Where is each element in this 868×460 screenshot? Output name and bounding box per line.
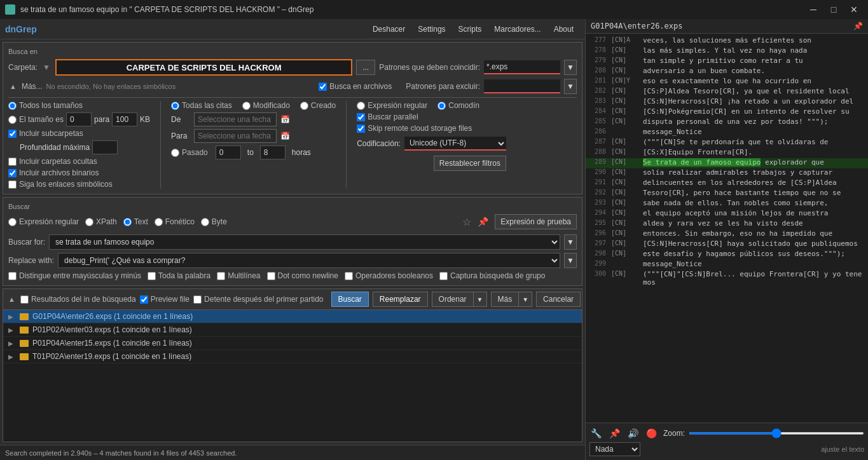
detente-checkbox[interactable] xyxy=(193,295,202,304)
skip-remote-checkbox[interactable] xyxy=(357,125,365,133)
byte-radio-label[interactable]: Byte xyxy=(201,217,227,226)
star-button[interactable]: ☆ xyxy=(462,216,471,228)
reemplazar-button[interactable]: Reemplazar xyxy=(373,292,428,307)
pin-icon[interactable]: 📌 xyxy=(853,22,863,30)
pasado-value-input[interactable] xyxy=(216,145,241,159)
fonetico-radio[interactable] xyxy=(155,218,163,226)
collapse-btn[interactable]: ▼ xyxy=(41,62,52,73)
comodin-radio-label[interactable]: Comodín xyxy=(437,101,479,110)
expr-regular-radio[interactable] xyxy=(357,102,365,110)
buscar-action-button[interactable]: Buscar xyxy=(331,292,369,307)
fonetico-radio-label[interactable]: Fonético xyxy=(155,217,195,226)
resultados-checkbox-label[interactable]: Resultados del in de búsqueda xyxy=(20,295,136,304)
dot-newline-checkbox[interactable] xyxy=(267,272,275,280)
icon-btn-1[interactable]: 🔧 xyxy=(589,427,603,440)
multilinea-label[interactable]: Multilínea xyxy=(217,271,260,280)
buscar-parallel-label[interactable]: Buscar parallel xyxy=(357,112,506,121)
zoom-slider[interactable] xyxy=(689,432,864,435)
text-radio[interactable] xyxy=(123,218,132,226)
xpath-radio-label[interactable]: XPath xyxy=(85,217,117,226)
patrones-excluir-dropdown[interactable]: ▼ xyxy=(564,79,577,94)
close-button[interactable]: ✕ xyxy=(845,3,863,16)
expand-arrow-icon[interactable]: ▶ xyxy=(8,327,16,334)
byte-radio[interactable] xyxy=(201,218,209,226)
menu-marcadores[interactable]: Marcadores... xyxy=(488,22,547,36)
preview-file-checkbox[interactable] xyxy=(140,295,148,304)
resultados-checkbox[interactable] xyxy=(20,295,29,304)
expresion-prueba-button[interactable]: Expresión de prueba xyxy=(495,214,577,229)
restablecer-button[interactable]: Restablecer filtros xyxy=(434,156,506,171)
patrones-dropdown[interactable]: ▼ xyxy=(564,60,577,75)
expand-arrow-icon[interactable]: ▶ xyxy=(8,340,16,347)
dot-newline-label[interactable]: Dot como newline xyxy=(267,271,338,280)
busca-archivos-label[interactable]: Busca en archivos xyxy=(319,82,392,91)
menu-about[interactable]: About xyxy=(548,22,580,36)
menu-scripts[interactable]: Scripts xyxy=(452,22,488,36)
preview-file-label[interactable]: Preview file xyxy=(140,295,189,304)
icon-btn-4[interactable]: 🔴 xyxy=(645,427,658,440)
profundidad-input[interactable] xyxy=(92,140,118,154)
collapse-results-btn[interactable]: ▲ xyxy=(7,294,17,304)
buscar-parallel-checkbox[interactable] xyxy=(357,113,365,121)
captura-label[interactable]: Captura búsqueda de grupo xyxy=(439,271,545,280)
siga-enlaces-label[interactable]: Siga los enlaces simbólicos xyxy=(8,180,150,189)
menu-settings[interactable]: Settings xyxy=(411,22,451,36)
expr-regular-radio-label[interactable]: Expresión regular xyxy=(357,101,427,110)
toda-palabra-label[interactable]: Toda la palabra xyxy=(148,271,210,280)
para-calendar-icon[interactable]: 📅 xyxy=(280,132,290,140)
detente-label[interactable]: Detente después del primer partido xyxy=(193,295,323,304)
archivos-binarios-label[interactable]: Incluir archivos binarios xyxy=(8,168,150,177)
replace-with-dropdown[interactable]: ▼ xyxy=(564,253,577,268)
ordenar-dropdown-button[interactable]: ▼ xyxy=(473,292,487,307)
xpath-radio[interactable] xyxy=(85,218,93,226)
mas-dropdown-button[interactable]: ▼ xyxy=(518,292,532,307)
carpeta-input[interactable] xyxy=(55,59,352,76)
para-date-input[interactable] xyxy=(194,129,277,143)
maximize-button[interactable]: □ xyxy=(825,3,843,16)
pin-button[interactable]: 📌 xyxy=(478,217,488,227)
buscar-for-select[interactable]: se trata de un famoso equipo xyxy=(49,234,560,250)
table-row[interactable]: ▶G01P04A\enter26.exps (1 coincide en 1 l… xyxy=(3,310,582,323)
pasado-radio-label[interactable]: Pasado xyxy=(171,148,208,157)
operadores-label[interactable]: Operadores booleanos xyxy=(345,271,433,280)
text-radio-label[interactable]: Text xyxy=(123,217,148,226)
all-sizes-radio[interactable] xyxy=(8,102,17,110)
icon-btn-3[interactable]: 🔊 xyxy=(626,427,640,440)
all-sizes-radio-label[interactable]: Todos los tamaños xyxy=(8,101,150,110)
buscar-for-dropdown[interactable]: ▼ xyxy=(564,234,577,250)
operadores-checkbox[interactable] xyxy=(345,272,353,280)
mas-button[interactable]: ▲ xyxy=(8,81,18,91)
de-date-input[interactable] xyxy=(194,112,277,126)
modified-radio[interactable] xyxy=(242,102,251,110)
de-calendar-icon[interactable]: 📅 xyxy=(280,115,290,124)
size-to-input[interactable] xyxy=(112,112,137,126)
size-is-radio[interactable] xyxy=(8,116,17,124)
table-row[interactable]: ▶P01P02A\enter03.exps (1 coincide en 1 l… xyxy=(3,323,582,337)
horas-value-input[interactable] xyxy=(260,145,286,159)
creado-radio-label[interactable]: Creado xyxy=(300,101,336,110)
nada-select[interactable]: Nada xyxy=(589,442,640,456)
codificacion-select[interactable]: Unicode (UTF-8) xyxy=(404,137,506,151)
captura-checkbox[interactable] xyxy=(439,272,448,280)
table-row[interactable]: ▶P01P04A\enter15.exps (1 coincide en 1 l… xyxy=(3,337,582,350)
all-dates-radio[interactable] xyxy=(171,102,179,110)
all-dates-radio-label[interactable]: Todas las citas xyxy=(171,101,232,110)
skip-remote-label[interactable]: Skip remote cloud storage files xyxy=(357,124,506,133)
creado-radio[interactable] xyxy=(300,102,308,110)
expand-arrow-icon[interactable]: ▶ xyxy=(8,313,16,320)
regex-radio[interactable] xyxy=(8,218,17,226)
expand-arrow-icon[interactable]: ▶ xyxy=(8,353,16,360)
table-row[interactable]: ▶T01P02A\enter19.exps (1 coincide en 1 l… xyxy=(3,350,582,363)
carpetas-ocultas-checkbox[interactable] xyxy=(8,158,17,166)
toda-palabra-checkbox[interactable] xyxy=(148,272,156,280)
carpetas-ocultas-label[interactable]: Incluir carpetas ocultas xyxy=(8,157,150,166)
pasado-radio[interactable] xyxy=(171,149,179,157)
minimize-button[interactable]: ─ xyxy=(804,3,822,16)
multilinea-checkbox[interactable] xyxy=(217,272,225,280)
cancelar-button[interactable]: Cancelar xyxy=(536,292,581,307)
patrones-input[interactable] xyxy=(484,60,560,74)
menu-deshacer[interactable]: Deshacer xyxy=(366,22,411,36)
incluir-subcarpetas-checkbox[interactable] xyxy=(8,130,17,138)
busca-archivos-checkbox[interactable] xyxy=(319,83,327,91)
size-from-input[interactable] xyxy=(66,112,92,126)
